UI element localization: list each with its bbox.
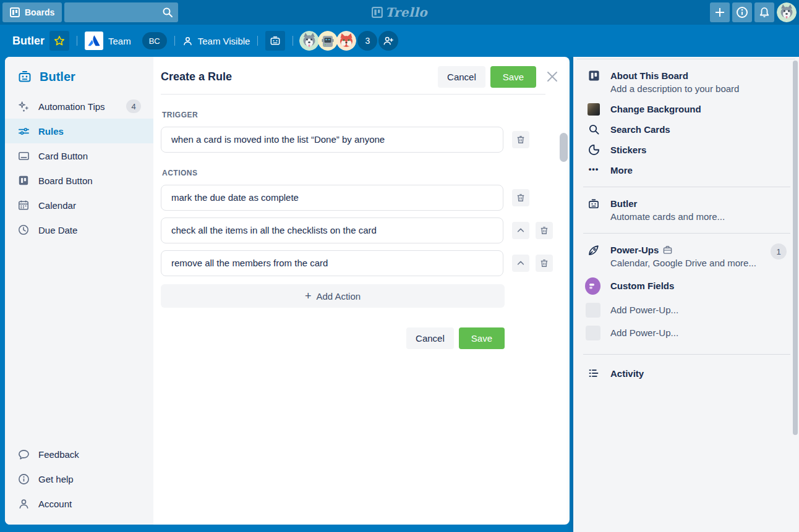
sidebar-item-label: Automation Tips (38, 101, 105, 112)
menu-item-power-ups[interactable]: Power-Ups Calendar, Google Drive and mor… (581, 240, 793, 273)
action-text[interactable]: mark the due date as complete (161, 185, 503, 211)
rule-editor-header: Create a Rule Cancel Save (161, 65, 570, 88)
sidebar-item-label: Calendar (38, 200, 76, 211)
sidebar-item-label: Board Button (38, 175, 93, 186)
calendar-icon (17, 200, 30, 211)
save-button[interactable]: Save (490, 66, 536, 88)
user-avatar[interactable] (777, 2, 797, 22)
star-board-button[interactable] (49, 31, 69, 51)
cancel-button[interactable]: Cancel (406, 327, 454, 349)
menu-item-about-board[interactable]: About This Board Add a description to yo… (581, 65, 793, 99)
menu-item-label: Change Background (610, 103, 701, 116)
sidebar-item-label: Get help (38, 474, 74, 484)
delete-action-button[interactable] (512, 189, 529, 206)
rule-editor-title: Create a Rule (161, 70, 438, 83)
menu-item-activity[interactable]: Activity (581, 363, 793, 384)
menu-item-label: Power-Ups (610, 243, 659, 256)
menu-item-add-powerup[interactable]: Add Power-Up... (581, 321, 793, 344)
search-input[interactable] (64, 2, 178, 22)
trigger-text[interactable]: when a card is moved into the list “Done… (161, 127, 503, 153)
notifications-button[interactable] (754, 2, 774, 22)
sliders-icon (17, 125, 30, 137)
menu-item-stickers[interactable]: Stickers (581, 140, 793, 160)
boards-button[interactable]: Boards (2, 2, 62, 22)
menu-scrollbar[interactable] (793, 61, 798, 435)
sidebar-item-label: Account (38, 499, 72, 509)
trello-logo-icon (372, 7, 383, 18)
menu-item-label: About This Board (610, 70, 688, 81)
modal-scrollbar[interactable] (560, 133, 568, 162)
board-icon (587, 69, 600, 82)
menu-divider (583, 354, 790, 355)
sidebar-item-get-help[interactable]: Get help (5, 467, 153, 491)
team-initials-badge[interactable]: BC (142, 32, 167, 49)
sidebar-item-calendar[interactable]: Calendar (5, 193, 153, 217)
delete-action-button[interactable] (536, 222, 553, 239)
move-action-up-button[interactable] (512, 255, 529, 272)
cancel-button[interactable]: Cancel (438, 66, 485, 88)
member-avatar-robot[interactable] (318, 31, 338, 51)
info-button[interactable] (732, 2, 752, 22)
add-member-button[interactable] (378, 31, 398, 51)
member-avatars (301, 31, 356, 51)
members-icon (182, 36, 193, 46)
powerups-count-badge: 1 (771, 243, 787, 260)
sidebar-item-due-date[interactable]: Due Date (5, 217, 153, 242)
trello-logo: Trello (372, 0, 427, 25)
trash-icon (540, 226, 549, 235)
sidebar-item-card-button[interactable]: Card Button (5, 143, 153, 168)
person-icon (17, 498, 30, 510)
add-action-button[interactable]: + Add Action (161, 284, 505, 308)
ellipsis-icon: ••• (587, 164, 600, 174)
action-text[interactable]: remove all the members from the card (161, 250, 503, 276)
sidebar-item-rules[interactable]: Rules (5, 119, 153, 143)
save-button[interactable]: Save (459, 327, 505, 349)
search-icon (162, 7, 173, 18)
actions-section-label: ACTIONS (162, 169, 570, 177)
delete-trigger-button[interactable] (512, 131, 529, 148)
menu-item-butler[interactable]: Butler Automate cards and more... (581, 193, 793, 227)
butler-header-button[interactable] (265, 31, 285, 51)
team-button[interactable]: Team (85, 32, 131, 50)
menu-item-label: More (610, 164, 633, 177)
sidebar-item-board-button[interactable]: Board Button (5, 168, 153, 193)
action-text[interactable]: check all the items in all the checklist… (161, 217, 503, 243)
close-icon[interactable] (546, 70, 558, 83)
sidebar-footer: Feedback Get help Account (5, 442, 153, 525)
clock-icon (17, 224, 30, 235)
create-button[interactable] (710, 2, 730, 22)
sidebar-item-automation-tips[interactable]: Automation Tips 4 (5, 94, 153, 119)
member-avatar-fox[interactable] (336, 31, 356, 51)
visibility-label: Team Visible (198, 36, 250, 46)
background-thumbnail (587, 103, 600, 116)
menu-item-change-background[interactable]: Change Background (581, 99, 793, 119)
menu-list: About This Board Add a description to yo… (573, 59, 799, 384)
boards-label: Boards (25, 7, 54, 17)
menu-item-more[interactable]: ••• More (581, 160, 793, 180)
sidebar-item-label: Card Button (38, 151, 88, 161)
menu-item-label: Add Power-Up... (610, 325, 678, 339)
sidebar-item-feedback[interactable]: Feedback (5, 442, 153, 467)
board-menu: Menu About This Board Add a description … (573, 25, 799, 532)
menu-item-sub: Calendar, Google Drive and more... (610, 258, 756, 268)
visibility-button[interactable]: Team Visible (182, 36, 250, 46)
sidebar-item-account[interactable]: Account (5, 491, 153, 516)
atlassian-logo-icon (85, 32, 103, 50)
menu-item-label: Add Power-Up... (610, 302, 678, 316)
header-divider (257, 36, 258, 46)
butler-sidebar: Butler Automation Tips 4 Rules Card Butt… (5, 57, 153, 525)
sparkles-icon (17, 101, 30, 112)
move-action-up-button[interactable] (512, 222, 529, 239)
menu-item-sub: Add a description to your board (610, 83, 739, 94)
member-avatar-husky[interactable] (299, 31, 319, 51)
board-header: Butler Team BC Team Visible 3 (0, 25, 799, 57)
menu-item-custom-fields[interactable]: Custom Fields (581, 273, 793, 298)
menu-item-search-cards[interactable]: Search Cards (581, 119, 793, 140)
menu-item-add-powerup[interactable]: Add Power-Up... (581, 298, 793, 321)
trash-icon (516, 193, 525, 202)
members-count-badge[interactable]: 3 (357, 31, 377, 51)
delete-action-button[interactable] (536, 255, 553, 272)
plus-icon (714, 7, 725, 18)
trigger-section-label: TRIGGER (162, 111, 570, 119)
info-icon (736, 6, 748, 19)
